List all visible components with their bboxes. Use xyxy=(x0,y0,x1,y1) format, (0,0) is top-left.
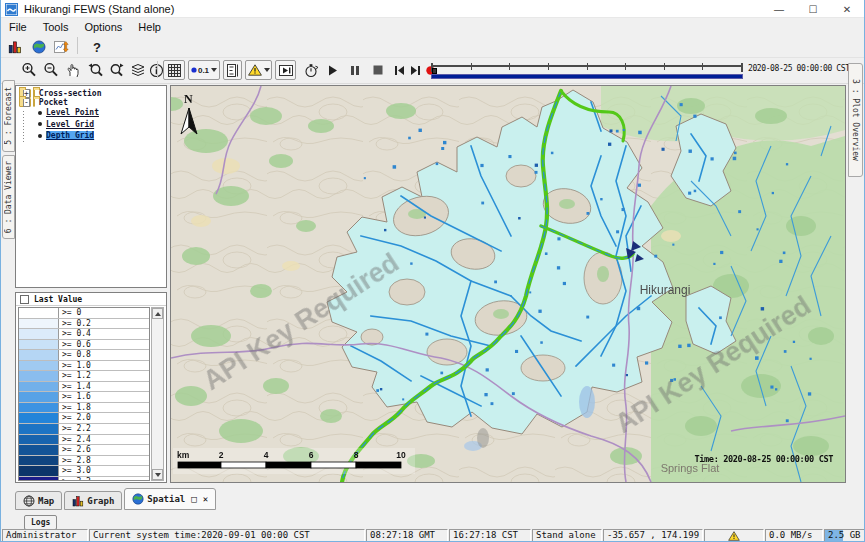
toolbar-separator xyxy=(77,37,78,54)
tab-graph[interactable]: Graph xyxy=(64,491,122,510)
bar-chart-icon xyxy=(72,495,84,507)
explorer-chart-button[interactable] xyxy=(5,37,25,57)
tab-close-icon[interactable]: ✕ xyxy=(203,494,208,504)
last-value-checkbox[interactable] xyxy=(20,295,29,304)
maximize-button[interactable]: ☐ xyxy=(796,0,830,18)
main-toolbar: ? xyxy=(1,35,864,57)
chevron-down-icon xyxy=(264,68,270,72)
close-button[interactable]: ✕ xyxy=(830,0,864,18)
tree-item-pocket[interactable]: -Pocket xyxy=(19,98,31,107)
node-bullet-icon xyxy=(38,122,42,126)
status-gmt-time: 08:27:18 GMT xyxy=(366,529,448,542)
legend-row[interactable]: >= 0.6 xyxy=(19,340,149,351)
legend-threshold-label: >= 0.8 xyxy=(59,350,149,360)
legend-color-swatch xyxy=(19,340,59,350)
animation-timer-icon[interactable] xyxy=(301,60,321,80)
tree-item-level-grid[interactable]: Level Grid xyxy=(16,119,166,131)
legend-color-swatch xyxy=(19,413,59,423)
legend-color-swatch xyxy=(19,382,59,392)
tree-item-depth-grid[interactable]: Depth Grid xyxy=(16,130,166,142)
layers-icon[interactable] xyxy=(128,60,148,80)
label-display-button[interactable] xyxy=(223,60,242,80)
app-logo-icon xyxy=(5,2,18,15)
status-mode: Stand alone xyxy=(532,529,602,542)
zoom-next-icon[interactable] xyxy=(107,60,127,80)
status-warning-icon[interactable] xyxy=(704,529,764,542)
current-time-label: 2020-08-25 00:00:00 CST xyxy=(748,64,850,73)
legend-row[interactable]: >= 3.0 xyxy=(19,466,149,477)
legend-color-swatch xyxy=(19,329,59,339)
bottom-tab-bar: MapGraphSpatial□✕ xyxy=(15,488,845,510)
legend-row[interactable]: >= 1.4 xyxy=(19,382,149,393)
zoom-out-icon[interactable] xyxy=(41,60,61,80)
legend-row[interactable]: >= 1.6 xyxy=(19,392,149,403)
pan-hand-icon[interactable] xyxy=(63,60,83,80)
legend-row[interactable]: >= 2.2 xyxy=(19,424,149,435)
map-view[interactable]: API Key Required API Key Required Hikura… xyxy=(170,85,846,483)
zoom-in-icon[interactable] xyxy=(19,60,39,80)
legend-scrollbar[interactable] xyxy=(151,307,164,481)
minimize-button[interactable]: — xyxy=(762,0,796,18)
legend-color-swatch xyxy=(19,435,59,445)
legend-row[interactable]: >= 3.2 xyxy=(19,477,149,481)
logs-row: Logs xyxy=(15,511,57,527)
legend-row[interactable]: >= 2.6 xyxy=(19,445,149,456)
legend-threshold-label: >= 2.4 xyxy=(59,435,149,445)
timeseries-dialog-button[interactable] xyxy=(51,37,71,57)
play-button[interactable] xyxy=(323,60,343,80)
sidebar-tab-data-viewer[interactable]: 6 : Data Viewer xyxy=(2,155,15,239)
legend-row[interactable]: >= 1.0 xyxy=(19,361,149,372)
stop-button[interactable] xyxy=(368,60,388,80)
legend-row[interactable]: >= 1.8 xyxy=(19,403,149,414)
status-transfer-rate: 0.0 MB/s xyxy=(765,529,823,542)
app-window: Hikurangi FEWS (Stand alone) — ☐ ✕ FileT… xyxy=(0,0,865,542)
legend-color-swatch xyxy=(19,456,59,466)
warning-threshold-dropdown[interactable] xyxy=(245,60,272,80)
tree-item-label: Level Grid xyxy=(46,120,94,129)
svg-text:N: N xyxy=(184,92,193,106)
legend-row[interactable]: >= 0.2 xyxy=(19,319,149,330)
legend-threshold-label: >= 2.6 xyxy=(59,445,149,455)
wire-globe-icon xyxy=(23,495,35,507)
legend-row[interactable]: >= 2.4 xyxy=(19,435,149,446)
svg-text:6: 6 xyxy=(309,450,314,460)
legend-row[interactable]: >= 0 xyxy=(19,308,149,319)
legend-row[interactable]: >= 0.8 xyxy=(19,350,149,361)
help-button[interactable]: ? xyxy=(87,37,107,57)
legend-color-swatch xyxy=(19,361,59,371)
legend-threshold-label: >= 2.8 xyxy=(59,456,149,466)
legend-threshold-label: >= 1.4 xyxy=(59,382,149,392)
scroll-down-icon[interactable] xyxy=(152,469,163,480)
globe-icon xyxy=(132,493,144,505)
zoom-previous-icon[interactable] xyxy=(85,60,105,80)
time-slider[interactable] xyxy=(431,61,743,80)
legend-row[interactable]: >= 0.4 xyxy=(19,329,149,340)
scroll-up-icon[interactable] xyxy=(152,308,163,319)
grid-display-button[interactable] xyxy=(163,60,185,80)
menu-item-options[interactable]: Options xyxy=(76,20,130,34)
menu-item-tools[interactable]: Tools xyxy=(35,20,77,34)
tab-restore-icon[interactable]: □ xyxy=(191,494,196,504)
tree-item-level-point[interactable]: Level Point xyxy=(16,107,166,119)
tree-item-label: Depth Grid xyxy=(46,131,94,140)
menu-item-help[interactable]: Help xyxy=(130,20,169,34)
legend-row[interactable]: >= 2.8 xyxy=(19,456,149,467)
legend-color-swatch xyxy=(19,445,59,455)
contour-interval-dropdown[interactable]: 0.1 xyxy=(188,60,220,80)
legend-color-swatch xyxy=(19,477,59,481)
sidebar-tab-plot-overview[interactable]: 3 : Plot Overview xyxy=(848,63,863,177)
legend-threshold-label: >= 0.2 xyxy=(59,319,149,329)
menu-item-file[interactable]: File xyxy=(1,20,35,34)
collapse-icon[interactable]: - xyxy=(23,98,30,107)
legend-row[interactable]: >= 1.2 xyxy=(19,371,149,382)
svg-text:10: 10 xyxy=(396,450,406,460)
movie-player-button[interactable] xyxy=(275,60,296,80)
menu-bar: FileToolsOptionsHelp xyxy=(1,18,864,35)
tab-map[interactable]: Map xyxy=(15,491,62,510)
sidebar-tab-forecast[interactable]: 5 : Forecast xyxy=(2,80,15,152)
globe-button[interactable] xyxy=(29,37,49,57)
pause-button[interactable] xyxy=(345,60,365,80)
logs-button[interactable]: Logs xyxy=(24,515,57,530)
tab-spatial[interactable]: Spatial□✕ xyxy=(124,488,216,510)
legend-row[interactable]: >= 2.0 xyxy=(19,413,149,424)
